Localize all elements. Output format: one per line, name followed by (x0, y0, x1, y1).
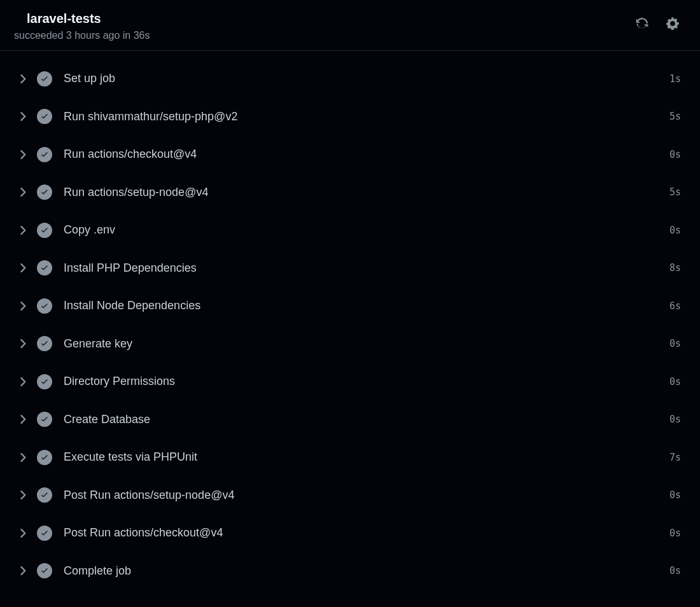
chevron-right-icon (19, 377, 28, 386)
step-duration: 0s (669, 225, 681, 236)
step-duration: 7s (669, 452, 681, 463)
step-row[interactable]: Post Run actions/checkout@v40s (19, 514, 681, 552)
step-row[interactable]: Generate key0s (19, 325, 681, 363)
step-duration: 1s (669, 73, 681, 85)
step-row[interactable]: Post Run actions/setup-node@v40s (19, 477, 681, 515)
refresh-icon[interactable] (635, 17, 649, 31)
success-check-icon (37, 71, 52, 87)
step-row[interactable]: Run actions/setup-node@v45s (19, 174, 681, 212)
chevron-right-icon (19, 491, 28, 499)
step-duration: 5s (669, 111, 681, 122)
job-title: laravel-tests (27, 11, 635, 26)
step-duration: 0s (669, 565, 681, 576)
step-label: Create Database (64, 413, 669, 426)
step-label: Generate key (64, 337, 669, 351)
step-duration: 6s (669, 300, 681, 312)
step-row[interactable]: Execute tests via PHPUnit7s (19, 438, 681, 477)
chevron-right-icon (19, 566, 28, 575)
chevron-right-icon (19, 74, 28, 83)
step-label: Execute tests via PHPUnit (64, 450, 669, 464)
step-label: Run actions/setup-node@v4 (64, 186, 669, 199)
step-duration: 0s (669, 414, 681, 425)
step-duration: 8s (669, 262, 681, 274)
chevron-right-icon (19, 415, 28, 424)
step-label: Copy .env (64, 223, 669, 237)
success-check-icon (37, 450, 52, 465)
step-label: Install Node Dependencies (64, 299, 669, 312)
success-check-icon (37, 147, 52, 162)
chevron-right-icon (19, 302, 28, 310)
chevron-right-icon (19, 226, 28, 235)
step-duration: 0s (669, 527, 681, 539)
chevron-right-icon (19, 112, 28, 121)
step-row[interactable]: Run actions/checkout@v40s (19, 136, 681, 174)
success-check-icon (37, 260, 52, 276)
step-duration: 5s (669, 186, 681, 198)
success-check-icon (37, 336, 52, 351)
chevron-right-icon (19, 263, 28, 272)
success-check-icon (37, 109, 52, 124)
step-label: Set up job (64, 72, 669, 85)
step-row[interactable]: Set up job1s (19, 60, 681, 98)
step-row[interactable]: Create Database0s (19, 401, 681, 439)
chevron-right-icon (19, 529, 28, 538)
step-label: Run shivammathur/setup-php@v2 (64, 110, 669, 123)
gear-icon[interactable] (666, 17, 680, 31)
step-label: Install PHP Dependencies (64, 262, 669, 275)
step-row[interactable]: Complete job0s (19, 552, 681, 590)
success-check-icon (37, 223, 52, 238)
success-check-icon (37, 487, 52, 503)
step-row[interactable]: Copy .env0s (19, 211, 681, 249)
steps-list: Set up job1sRun shivammathur/setup-php@v… (0, 51, 700, 590)
success-check-icon (37, 412, 52, 427)
step-label: Complete job (64, 564, 669, 578)
step-row[interactable]: Run shivammathur/setup-php@v25s (19, 98, 681, 136)
step-duration: 0s (669, 149, 681, 160)
success-check-icon (37, 374, 52, 389)
step-duration: 0s (669, 376, 681, 387)
step-label: Post Run actions/setup-node@v4 (64, 489, 669, 502)
job-header-left: laravel-tests succeeded 3 hours ago in 3… (14, 11, 635, 41)
success-check-icon (37, 563, 52, 578)
step-label: Run actions/checkout@v4 (64, 148, 669, 161)
success-check-icon (37, 526, 52, 541)
job-status: succeeded 3 hours ago in 36s (14, 30, 635, 41)
header-actions (635, 11, 686, 31)
step-row[interactable]: Install PHP Dependencies8s (19, 249, 681, 288)
job-header: laravel-tests succeeded 3 hours ago in 3… (0, 0, 700, 51)
step-label: Post Run actions/checkout@v4 (64, 526, 669, 540)
chevron-right-icon (19, 453, 28, 462)
chevron-right-icon (19, 188, 28, 197)
chevron-right-icon (19, 150, 28, 159)
step-row[interactable]: Install Node Dependencies6s (19, 287, 681, 325)
success-check-icon (37, 185, 52, 200)
step-row[interactable]: Directory Permissions0s (19, 363, 681, 401)
step-duration: 0s (669, 338, 681, 349)
step-duration: 0s (669, 489, 681, 501)
step-label: Directory Permissions (64, 375, 669, 388)
chevron-right-icon (19, 339, 28, 348)
success-check-icon (37, 298, 52, 314)
